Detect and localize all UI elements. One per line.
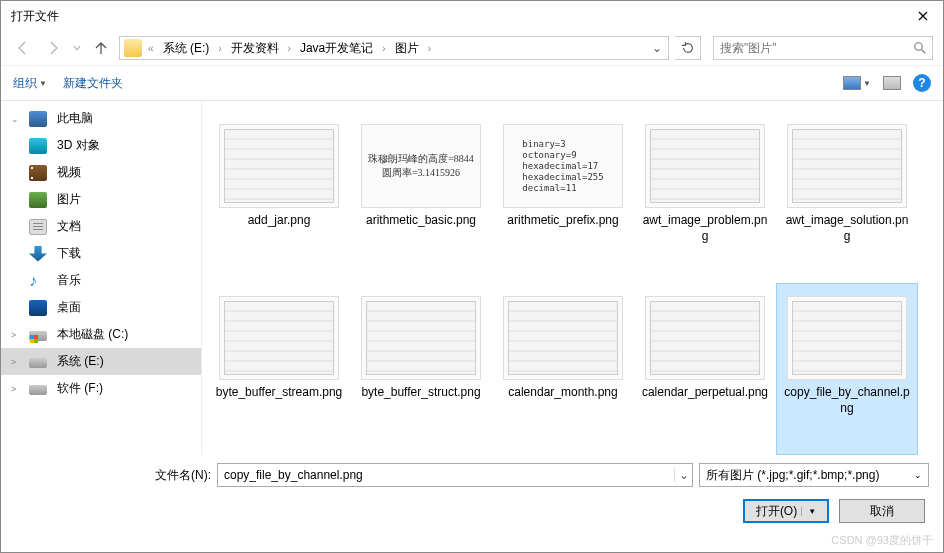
watermark: CSDN @93度的饼干: [831, 533, 933, 548]
filename-input[interactable]: [218, 468, 674, 482]
ic-mus-icon: ♪: [29, 273, 47, 289]
arrow-right-icon: [45, 40, 61, 56]
sidebar-item[interactable]: 下载: [1, 240, 201, 267]
file-item[interactable]: calendar_perpetual.png: [634, 283, 776, 455]
new-folder-button[interactable]: 新建文件夹: [63, 75, 123, 92]
sidebar-item[interactable]: ⌄此电脑: [1, 105, 201, 132]
organize-menu[interactable]: 组织 ▼: [13, 75, 47, 92]
sidebar-item-label: 下载: [57, 245, 81, 262]
filename-dropdown[interactable]: ⌄: [674, 468, 692, 482]
ic-drv-icon: [29, 358, 47, 368]
ic-drv-icon: [29, 331, 47, 341]
expand-icon: >: [11, 330, 16, 340]
recent-dropdown[interactable]: [71, 36, 83, 60]
file-item[interactable]: awt_image_problem.png: [634, 111, 776, 283]
open-dropdown-icon[interactable]: ▼: [801, 507, 816, 516]
close-button[interactable]: [903, 1, 943, 31]
sidebar-item[interactable]: >系统 (E:): [1, 348, 201, 375]
chevron-right-icon: ›: [284, 43, 295, 54]
file-name: add_jar.png: [244, 212, 315, 228]
file-item[interactable]: binary=3 octonary=9 hexadecimal=17 hexad…: [492, 111, 634, 283]
sidebar-item[interactable]: 3D 对象: [1, 132, 201, 159]
chevron-down-icon: ▼: [863, 79, 871, 88]
chevron-right-icon: ›: [214, 43, 225, 54]
ic-pc-icon: [29, 111, 47, 127]
file-name: calendar_month.png: [504, 384, 621, 400]
file-name: byte_buffer_stream.png: [212, 384, 347, 400]
sidebar-item[interactable]: 图片: [1, 186, 201, 213]
sidebar-item-label: 视频: [57, 164, 81, 181]
file-name: arithmetic_basic.png: [362, 212, 480, 228]
filter-label: 所有图片 (*.jpg;*.gif;*.bmp;*.png): [706, 467, 879, 484]
filter-dropdown[interactable]: 所有图片 (*.jpg;*.gif;*.bmp;*.png) ⌄: [699, 463, 929, 487]
help-button[interactable]: ?: [913, 74, 931, 92]
file-name: awt_image_solution.png: [779, 212, 915, 244]
sidebar-item[interactable]: 文档: [1, 213, 201, 240]
refresh-icon: [681, 41, 695, 55]
file-name: awt_image_problem.png: [637, 212, 773, 244]
address-dropdown[interactable]: ⌄: [650, 41, 664, 55]
ic-drv-icon: [29, 385, 47, 395]
chevron-right-icon: ›: [378, 43, 389, 54]
sidebar-item-label: 图片: [57, 191, 81, 208]
sidebar-item-label: 此电脑: [57, 110, 93, 127]
address-bar[interactable]: « 系统 (E:) › 开发资料 › Java开发笔记 › 图片 › ⌄: [119, 36, 669, 60]
chevron-right-icon: ›: [424, 43, 435, 54]
separator-icon: «: [144, 43, 158, 54]
file-thumbnail: [787, 296, 907, 380]
sidebar-item[interactable]: >本地磁盘 (C:): [1, 321, 201, 348]
breadcrumb[interactable]: Java开发笔记: [297, 39, 376, 58]
sidebar-item[interactable]: 桌面: [1, 294, 201, 321]
filename-label: 文件名(N):: [155, 467, 211, 484]
preview-pane-button[interactable]: [883, 76, 901, 90]
folder-icon: [124, 39, 142, 57]
file-name: byte_buffer_struct.png: [357, 384, 484, 400]
file-item[interactable]: copy_file_by_channel.png: [776, 283, 918, 455]
close-icon: [918, 11, 928, 21]
file-thumbnail: binary=3 octonary=9 hexadecimal=17 hexad…: [503, 124, 623, 208]
file-thumbnail: [361, 296, 481, 380]
file-item[interactable]: calendar_month.png: [492, 283, 634, 455]
expand-icon: >: [11, 357, 16, 367]
chevron-down-icon: [73, 44, 81, 52]
breadcrumb[interactable]: 图片: [392, 39, 422, 58]
sidebar-item-label: 软件 (F:): [57, 380, 103, 397]
search-input[interactable]: 搜索"图片": [713, 36, 933, 60]
ic-vid-icon: [29, 165, 47, 181]
file-item[interactable]: 珠穆朗玛峰的高度=8844 圆周率=3.1415926arithmetic_ba…: [350, 111, 492, 283]
sidebar-item[interactable]: 视频: [1, 159, 201, 186]
arrow-left-icon: [15, 40, 31, 56]
chevron-down-icon: ▼: [39, 79, 47, 88]
open-button[interactable]: 打开(O) ▼: [743, 499, 829, 523]
refresh-button[interactable]: [675, 36, 701, 60]
file-thumbnail: [503, 296, 623, 380]
file-name: arithmetic_prefix.png: [503, 212, 622, 228]
file-thumbnail: [787, 124, 907, 208]
arrow-up-icon: [93, 40, 109, 56]
up-button[interactable]: [89, 36, 113, 60]
forward-button[interactable]: [41, 36, 65, 60]
file-grid[interactable]: add_jar.png珠穆朗玛峰的高度=8844 圆周率=3.1415926ar…: [201, 101, 943, 455]
filename-field[interactable]: ⌄: [217, 463, 693, 487]
file-item[interactable]: byte_buffer_stream.png: [208, 283, 350, 455]
file-name: calendar_perpetual.png: [638, 384, 772, 400]
file-thumbnail: [645, 124, 765, 208]
view-menu[interactable]: ▼: [843, 76, 871, 90]
file-item[interactable]: awt_image_solution.png: [776, 111, 918, 283]
back-button[interactable]: [11, 36, 35, 60]
sidebar-item[interactable]: >软件 (F:): [1, 375, 201, 402]
ic-desk-icon: [29, 300, 47, 316]
ic-3d-icon: [29, 138, 47, 154]
file-item[interactable]: add_jar.png: [208, 111, 350, 283]
search-placeholder: 搜索"图片": [720, 40, 777, 57]
file-item[interactable]: byte_buffer_struct.png: [350, 283, 492, 455]
breadcrumb[interactable]: 系统 (E:): [160, 39, 213, 58]
cancel-button[interactable]: 取消: [839, 499, 925, 523]
expand-icon: ⌄: [11, 114, 19, 124]
breadcrumb[interactable]: 开发资料: [228, 39, 282, 58]
sidebar-item[interactable]: ♪音乐: [1, 267, 201, 294]
sidebar-item-label: 音乐: [57, 272, 81, 289]
chevron-down-icon: ⌄: [914, 470, 922, 480]
picture-icon: [843, 76, 861, 90]
search-icon: [914, 42, 926, 54]
